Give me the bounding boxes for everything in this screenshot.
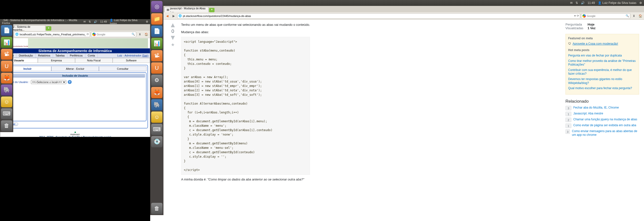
forward-button[interactable]: ▶: [171, 13, 176, 19]
search-input[interactable]: [97, 33, 130, 36]
so-favicon-icon: ▤: [167, 8, 169, 11]
search-icon[interactable]: 🔍: [132, 33, 135, 36]
related-count: 1: [566, 124, 571, 128]
hot-link[interactable]: Contribuir com sua experiência, é melhor…: [568, 68, 636, 76]
globe-icon: 🌐: [15, 33, 19, 36]
downvote-button[interactable]: ▼: [168, 35, 177, 40]
launcher-trash-icon[interactable]: 🗑: [151, 203, 162, 214]
tabstrip: ▤ javascript - Mudança de Abas - ... +: [164, 6, 644, 12]
menu-relatorios[interactable]: Relatórios: [36, 53, 53, 58]
url-input[interactable]: [20, 33, 86, 36]
launcher-writer-icon[interactable]: 📄: [151, 26, 162, 37]
launcher-calc-icon[interactable]: 📊: [1, 37, 12, 48]
launcher-calc-icon[interactable]: 📊: [151, 38, 162, 49]
help-icon[interactable]: ?: [68, 80, 72, 84]
upvote-button[interactable]: ▲: [168, 22, 177, 28]
tab-notafiscal[interactable]: Nota Fiscal: [75, 58, 113, 63]
user-menu[interactable]: 👤 Luiz Felipe da Silva Isaias: [598, 1, 636, 5]
launcher-files-icon[interactable]: 📁: [151, 13, 162, 24]
launcher-app-icon[interactable]: ☺: [1, 96, 12, 107]
meta-asked-value: Hoje: [588, 22, 594, 26]
meta-views-label: Visualizadas: [566, 26, 588, 30]
reload-icon[interactable]: ⟳: [577, 14, 579, 18]
launcher-dash-icon[interactable]: ◎: [151, 1, 162, 12]
search-input[interactable]: [587, 14, 624, 18]
favorite-star-icon[interactable]: ★: [168, 42, 177, 48]
featured-link[interactable]: Aproveite a Copa com moderação!: [572, 42, 618, 46]
local-select[interactable]: ==>Selecione o local<==: [31, 80, 66, 84]
download-icon[interactable]: ⬇: [137, 32, 142, 37]
download-icon[interactable]: ⬇: [631, 13, 637, 19]
tabstrip: 🌐 .: SAI - Sistema de Acompanha... +: [0, 24, 150, 31]
menu-tabelas[interactable]: Tabelas: [53, 53, 68, 58]
browser-tab[interactable]: ▤ javascript - Mudança de Abas - ...: [164, 7, 208, 12]
launcher-firefox-icon[interactable]: 🦊: [151, 87, 162, 98]
featured-heading: Featured on meta: [568, 36, 636, 40]
gear-icon[interactable]: ⚙: [639, 1, 642, 5]
sound-icon[interactable]: 🔊: [581, 1, 584, 5]
hot-link[interactable]: Qual motivo escolher para fechar esta pe…: [568, 86, 636, 90]
hot-link[interactable]: Devemos ter respostas gigantes no estilo…: [568, 77, 636, 85]
hot-link[interactable]: Pergunta em vias de fechar por duplicata: [568, 54, 636, 58]
launcher-firefox-icon[interactable]: 🦊: [1, 73, 12, 84]
launcher-writer-icon[interactable]: 📄: [1, 25, 12, 36]
tab-software[interactable]: Software: [113, 58, 150, 63]
new-tab-button[interactable]: +: [46, 26, 51, 31]
launcher-trash-icon[interactable]: 🗑: [1, 120, 12, 131]
clock[interactable]: 11:49: [588, 1, 595, 5]
panel-inner: Inclusão de Usuário Local do Usuário : =…: [4, 72, 146, 121]
sair-link[interactable]: (Sair): [142, 54, 148, 57]
related-link[interactable]: Como evitar de página ser exibida em out…: [573, 124, 636, 128]
question-text: Tenho um menu de abas que conforme vai s…: [181, 22, 310, 182]
clock[interactable]: 11:49: [100, 20, 107, 23]
network-icon[interactable]: ⇅: [88, 20, 91, 23]
related-item: 3Como enviar mensagens para as abas aber…: [566, 130, 639, 137]
related-item: 3Fechar aba do Mozilla, IE, Chrome: [566, 106, 639, 110]
launcher-terminal-icon[interactable]: ⌨: [151, 124, 162, 135]
search-box[interactable]: 🔍: [91, 32, 136, 37]
related-link[interactable]: Fechar aba do Mozilla, IE, Chrome: [573, 106, 619, 110]
mail-icon[interactable]: ✉: [84, 20, 86, 23]
hot-link[interactable]: Como tirar melhor proveito da análise de…: [568, 59, 636, 67]
related-count: 3: [566, 130, 570, 134]
search-box[interactable]: 🔍: [581, 13, 630, 19]
network-icon[interactable]: ⇅: [576, 1, 578, 5]
related-link[interactable]: Javascript: Aba mestre: [573, 112, 603, 116]
menu-perifericos[interactable]: Periféricos: [68, 53, 86, 58]
launcher-ubuntu-icon[interactable]: U: [1, 61, 12, 72]
new-tab-button[interactable]: +: [209, 8, 214, 12]
launcher-impress-icon[interactable]: 📽: [1, 49, 12, 60]
launcher-settings-icon[interactable]: ⚙: [151, 75, 162, 86]
menu-distribuicao[interactable]: Distribuição: [16, 53, 36, 58]
subtab-consultar[interactable]: Consultar: [99, 66, 146, 71]
launcher-drive-icon[interactable]: 💽: [151, 136, 162, 147]
launcher-software-icon[interactable]: U: [151, 62, 162, 74]
mail-icon[interactable]: ✉: [570, 1, 572, 5]
url-box[interactable]: 🌐 ▾ ⟳: [177, 13, 580, 19]
sound-icon[interactable]: 🔊: [94, 20, 97, 23]
home-icon[interactable]: 🏠: [144, 32, 149, 37]
url-box[interactable]: 🌐 ⟳: [14, 32, 90, 37]
menu-conta[interactable]: Conta: [86, 53, 98, 58]
so-main: ▲ 0 ▼ ★ Tenho um menu de abas que confor…: [168, 22, 560, 218]
home-icon[interactable]: 🏠: [638, 13, 643, 19]
dropdown-icon[interactable]: ▾: [574, 14, 576, 18]
gear-icon[interactable]: ⚙: [146, 20, 148, 23]
launcher-pgadmin-icon[interactable]: 🐘: [151, 99, 162, 110]
launcher-impress-icon[interactable]: 📽: [151, 50, 162, 62]
hot-list: Pergunta em vias de fechar por duplicata…: [568, 54, 636, 90]
reload-icon[interactable]: ⟳: [87, 33, 89, 36]
back-button[interactable]: ◀: [164, 13, 170, 19]
url-input[interactable]: [183, 14, 573, 18]
right-top-panel: ✉ ⇅ 🔊 11:49 👤 Luiz Felipe da Silva Isaia…: [164, 0, 644, 6]
related-link[interactable]: Chamar uma função jquery na mudança de a…: [573, 118, 637, 122]
tab-empresa[interactable]: Empresa: [38, 58, 75, 63]
user-menu[interactable]: 👤 Luiz Felipe da Silva Isaias: [110, 19, 143, 25]
subtab-alterar[interactable]: Alterar - Excluir: [51, 66, 99, 71]
related-item: 1Javascript: Aba mestre: [566, 112, 639, 116]
related-link[interactable]: Como enviar mensagens para as abas abert…: [572, 130, 639, 137]
search-icon[interactable]: 🔍: [626, 14, 629, 18]
launcher-terminal-icon[interactable]: ⌨: [1, 108, 12, 119]
launcher-db-icon[interactable]: 🐘: [1, 84, 12, 95]
launcher-face-icon[interactable]: ☺: [151, 112, 162, 123]
